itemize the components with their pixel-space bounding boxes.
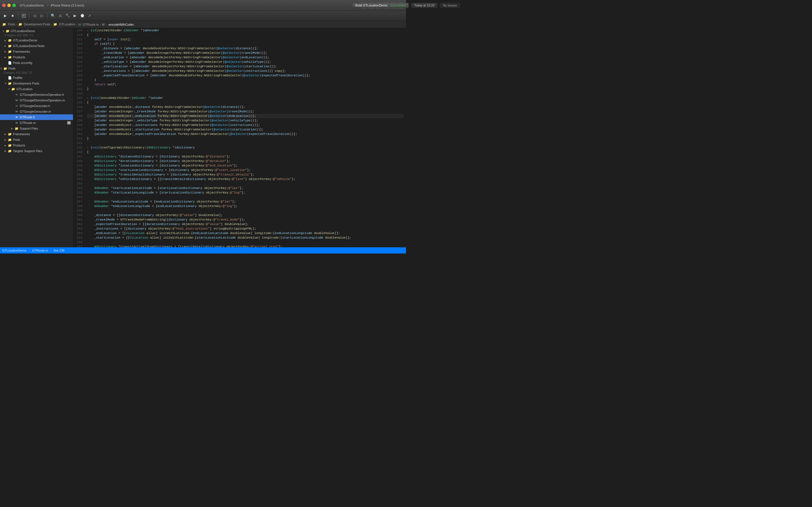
profile-icon[interactable]: ⌚ — [79, 13, 86, 19]
sidebar-item-gtgeocoder-h[interactable]: ▶ H GTGoogleGeocoder.h — [0, 103, 73, 109]
code-line-228: _instructions = [[aDecoder decodeObjectF… — [87, 69, 404, 73]
sidebar-item-gtlocationdemo[interactable]: ▶ 📁 GTLocationDemo — [0, 38, 73, 43]
bottombar-line[interactable]: line 238 — [54, 249, 64, 252]
pods-2-arrow-icon: ▶ — [4, 138, 7, 141]
run-tests-icon[interactable]: ▶ — [72, 13, 78, 19]
podfile-file-icon: 📄 — [8, 76, 12, 80]
sidebar-item-pods-2[interactable]: ▶ 📁 Pods — [0, 137, 73, 143]
scheme-icon[interactable] — [20, 13, 27, 19]
build-button[interactable]: Build GTLocationDemo: Succeeded — [352, 3, 406, 8]
sidebar-item-gtlocation[interactable]: ▼ 📁 GTLocation — [0, 86, 73, 92]
device-label: iPhone Retina (3.5-inch) — [51, 4, 84, 7]
breadcrumb-item-m[interactable]: M — [102, 23, 105, 26]
device-separator: › — [47, 4, 48, 7]
frameworks-2-folder-icon: 📁 — [8, 132, 12, 136]
sidebar-item-products-2[interactable]: ▶ 📁 Products — [0, 143, 73, 148]
gtroute-h-file-icon: H — [15, 115, 18, 119]
line-numbers: 219 220 221 222 223 224 225 226 227 228 … — [73, 28, 85, 247]
code-line-260: _distance = [[distanceDictionary objectF… — [87, 213, 404, 217]
targets-support-arrow-icon: ▶ — [4, 150, 7, 152]
search-icon[interactable]: 🔍 — [50, 13, 56, 19]
toolbar-separator-3 — [47, 13, 48, 18]
products-1-folder-icon: 📁 — [8, 55, 12, 59]
toolbar-separator — [18, 13, 18, 18]
breadcrumb-item-gtlocation[interactable]: 📁 GTLocation — [53, 22, 75, 26]
frameworks-1-folder-icon: 📁 — [8, 50, 12, 54]
breadcrumb-item-pods[interactable]: 📁 Pods — [2, 22, 15, 26]
code-line-247: NSDictionary *distanceDictionary = [dict… — [87, 154, 404, 159]
sidebar-item-devpods[interactable]: ▼ 📁 Development Pods — [0, 80, 73, 86]
code-line-255: NSNumber *startLocationLongitude = [star… — [87, 190, 404, 195]
sidebar-item-gtgoogledir-h[interactable]: ▶ H GTGoogleDirectionsOperation.h — [0, 92, 73, 98]
devpods-folder-icon: 📁 — [8, 81, 12, 86]
analyze-icon[interactable]: ✓ — [87, 13, 93, 19]
frameworks-2-arrow-icon: ▶ — [4, 133, 7, 135]
sidebar-item-targets-support[interactable]: ▶ 📁 Targets Support Files — [0, 148, 73, 154]
warning-icon[interactable]: ⚠ — [57, 13, 63, 19]
code-editor: 219 220 221 222 223 224 225 226 227 228 … — [73, 28, 406, 247]
code-line-245: - (void)configureWithDictionary:(NSDicti… — [87, 145, 404, 150]
code-text[interactable]: - (id)initWithCoder:(NSCoder *)aDecoder … — [85, 28, 406, 247]
run-button[interactable]: ▶ — [2, 13, 8, 19]
breadcrumb-item-gtroute[interactable]: M GTRoute.m — [79, 23, 99, 26]
code-line-258: NSNumber *endLocationLongitude = [endLoc… — [87, 204, 404, 209]
back-button[interactable]: ◁ — [32, 13, 38, 19]
code-line-244 — [87, 141, 404, 145]
sidebar-item-gtgoogledir-m[interactable]: ▶ M GTGoogleDirectionsOperation.m — [0, 98, 73, 103]
bottombar-file[interactable]: GTRoute.m — [32, 249, 48, 252]
code-line-251: NSDictionary *transitDetailsDictionary =… — [87, 172, 404, 177]
frameworks-1-arrow-icon: ▶ — [4, 50, 7, 53]
sidebar-item-gtroute-m[interactable]: ▶ M GTRoute.m M — [0, 120, 73, 126]
code-line-252: NSDictionary *vehicleDictionary = [[tran… — [87, 177, 404, 181]
sidebar: ▼ 📁 GTLocationDemo 2 targets, iOS SDK 7.… — [0, 28, 73, 247]
maximize-button[interactable] — [12, 4, 16, 7]
sidebar-item-tests[interactable]: ▶ 📁 GTLocationDemoTests — [0, 43, 73, 49]
breadcrumb-item-method[interactable]: -encodeWithCoder: — [108, 23, 135, 26]
code-line-224: _travelMode = [aDecoder decodeIntegerFor… — [87, 51, 404, 55]
pods-root-arrow-icon: ▼ — [0, 67, 2, 69]
gtgoogledir-h-file-icon: H — [15, 93, 18, 97]
minimize-button[interactable] — [7, 4, 11, 7]
code-view[interactable]: 219 220 221 222 223 224 225 226 227 228 … — [73, 28, 406, 247]
code-line-264: _endLocation = [[CLLocation alloc] initW… — [87, 231, 404, 235]
build-icon[interactable]: 🔨 — [64, 13, 71, 19]
code-line-232: } — [87, 87, 404, 91]
bottombar-sep: › — [29, 249, 30, 252]
sidebar-item-frameworks-2[interactable]: ▶ 📁 Frameworks — [0, 131, 73, 137]
sidebar-item-products-1[interactable]: ▶ 📁 Products — [0, 54, 73, 60]
sidebar-item-pods-root[interactable]: ▼ 📁 Pods — [0, 66, 73, 71]
code-line-233 — [87, 91, 404, 96]
code-line-249: NSDictionary *locationDictionary = [dict… — [87, 163, 404, 168]
stop-button[interactable]: ■ — [10, 13, 16, 19]
project-label: GTLocationDemo — [11, 29, 71, 33]
code-line-236: [aCoder encodeDouble:_distance forKey:NS… — [87, 105, 404, 109]
gtlocationdemo-folder-icon: 📁 — [8, 38, 12, 42]
sidebar-item-gtroute-h[interactable]: ▶ H GTRoute.h — [0, 114, 73, 120]
code-line-248: NSDictionary *durationDictionary = [dict… — [87, 159, 404, 163]
code-line-259 — [87, 209, 404, 213]
project-folder-icon: 📁 — [6, 29, 10, 33]
sidebar-item-support-files[interactable]: ▶ 📁 Support Files — [0, 126, 73, 131]
gtgoogledir-m-file-icon: M — [15, 98, 18, 102]
tests-folder-icon: 📁 — [8, 44, 12, 48]
code-line-221: self = [super init]; — [87, 37, 404, 42]
code-line-239: [aCoder encodeInteger:_vehicleType forKe… — [87, 118, 404, 123]
code-line-234: - (void)encodeWithCoder:(NSCoder *)aCode… — [87, 96, 404, 100]
sidebar-item-frameworks-1[interactable]: ▶ 📁 Frameworks — [0, 49, 73, 54]
sidebar-item-project[interactable]: ▼ 📁 GTLocationDemo — [0, 28, 73, 34]
sidebar-item-gtgeocoder-m[interactable]: ▶ M GTGoogleGeocoder.m — [0, 109, 73, 114]
code-line-267: NSDictionary *transitArrivalStopDictiona… — [87, 244, 404, 247]
bottombar-project[interactable]: GTLocationDemo — [2, 249, 27, 252]
close-button[interactable] — [2, 4, 6, 7]
code-line-242: [aCoder encodeDouble:_expectedTravelDura… — [87, 132, 404, 136]
gtlocation-arrow-icon: ▼ — [8, 88, 10, 90]
code-line-237: [aCoder encodeInteger:_travelMode forKey… — [87, 109, 404, 114]
code-line-231: return self; — [87, 82, 404, 87]
support-files-folder-icon: 📁 — [15, 126, 18, 130]
sidebar-item-podfile[interactable]: ▶ 📄 Podfile — [0, 75, 73, 80]
breadcrumb-item-devpods[interactable]: 📁 Development Pods — [18, 22, 50, 26]
code-line-254: NSNumber *startLocationLatitude = [start… — [87, 186, 404, 190]
code-line-220: { — [87, 33, 404, 37]
forward-button[interactable]: ▷ — [39, 13, 45, 19]
sidebar-item-pods-xcconfig[interactable]: ▶ 📄 Pods.xcconfig — [0, 60, 73, 66]
